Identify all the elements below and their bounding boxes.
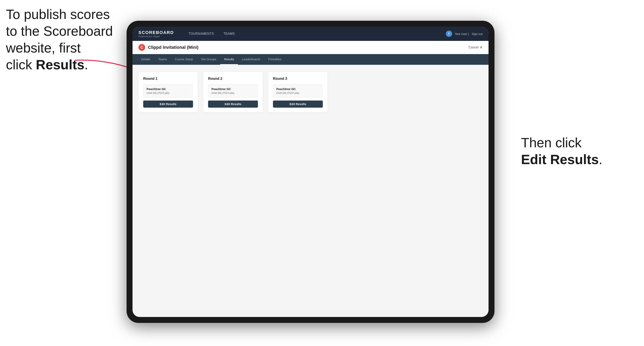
nav-right: T Test User | Sign out (446, 31, 482, 37)
tab-nav: Details Teams Course Setup Tee Groups Re… (132, 54, 488, 65)
nav-tournaments[interactable]: TOURNAMENTS (184, 27, 219, 41)
tab-results[interactable]: Results (220, 54, 238, 65)
nav-items: TOURNAMENTS TEAMS (184, 27, 446, 41)
round-3-title: Round 3 (273, 77, 323, 81)
round-3-course-details: Gold (M) (7010 yds) (276, 91, 320, 94)
tab-teams[interactable]: Teams (154, 54, 171, 65)
app-nav: SCOREBOARD Powered by clippd TOURNAMENTS… (132, 27, 488, 41)
round-2-course-details: Gold (M) (7010 yds) (212, 91, 254, 94)
instruction-right: Then click Edit Results. (521, 134, 602, 168)
tab-details[interactable]: Details (137, 54, 154, 65)
round-1-title: Round 1 (143, 77, 193, 81)
round-3-edit-results-button[interactable]: Edit Results (273, 101, 323, 108)
round-2-edit-results-button[interactable]: Edit Results (208, 101, 258, 108)
logo-sub: Powered by clippd (138, 35, 174, 37)
nav-teams[interactable]: TEAMS (219, 27, 240, 41)
tab-leaderboards[interactable]: Leaderboards (238, 54, 264, 65)
rounds-grid: Round 1 Peachtree GC Gold (M) (7010 yds)… (138, 72, 482, 112)
tab-printables[interactable]: Printables (264, 54, 286, 65)
logo-main: SCOREBOARD (138, 30, 174, 35)
tournament-title: Clippd Invitational (Mini) (148, 45, 198, 50)
tab-course-setup[interactable]: Course Setup (171, 54, 197, 65)
round-3-course-name: Peachtree GC (276, 87, 320, 91)
round-2-course-card: Peachtree GC Gold (M) (7010 yds) (208, 84, 258, 97)
nav-user-text: Test User | (455, 32, 469, 35)
tablet-screen: SCOREBOARD Powered by clippd TOURNAMENTS… (132, 27, 488, 317)
cancel-icon: ✕ (480, 45, 482, 50)
tablet-shell: SCOREBOARD Powered by clippd TOURNAMENTS… (126, 21, 494, 323)
tournament-icon: C (138, 44, 145, 51)
nav-avatar: T (446, 31, 452, 37)
nav-signout[interactable]: Sign out (472, 32, 482, 35)
round-1-course-name: Peachtree GC (146, 87, 190, 91)
round-2-title: Round 2 (208, 77, 258, 81)
scoreboard-logo: SCOREBOARD Powered by clippd (138, 30, 174, 37)
round-1-course-details: Gold (M) (7010 yds) (146, 91, 190, 94)
cancel-button[interactable]: Cancel ✕ (468, 45, 482, 50)
instruction-left: To publish scores to the Scoreboard webs… (6, 6, 117, 73)
round-2-course-name: Peachtree GC (212, 87, 254, 91)
tournament-header: C Clippd Invitational (Mini) Cancel ✕ (132, 41, 488, 54)
round-3-course-card: Peachtree GC Gold (M) (7010 yds) (273, 84, 323, 97)
round-2-card: Round 2 Peachtree GC Gold (M) (7010 yds)… (203, 72, 263, 112)
tournament-title-row: C Clippd Invitational (Mini) (138, 44, 198, 51)
round-1-card: Round 1 Peachtree GC Gold (M) (7010 yds)… (138, 72, 198, 112)
round-3-card: Round 3 Peachtree GC Gold (M) (7010 yds)… (268, 72, 328, 112)
round-1-edit-results-button[interactable]: Edit Results (143, 101, 193, 108)
main-content: Round 1 Peachtree GC Gold (M) (7010 yds)… (132, 65, 488, 317)
tab-tee-groups[interactable]: Tee Groups (197, 54, 220, 65)
round-1-course-card: Peachtree GC Gold (M) (7010 yds) (143, 84, 193, 97)
